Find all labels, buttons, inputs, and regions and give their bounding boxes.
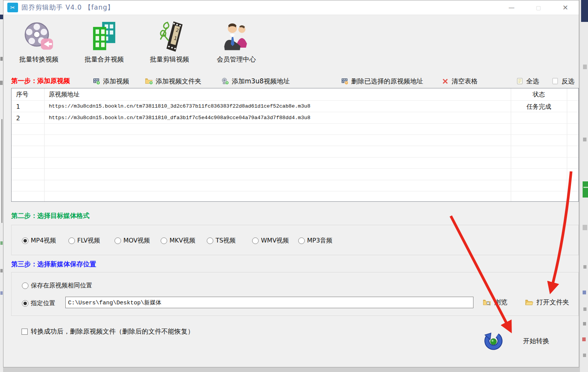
button-label: 删除已选择的原视频地址	[351, 77, 423, 86]
radio-dot	[298, 237, 305, 244]
radio-specified-location[interactable]: 指定位置	[22, 299, 55, 307]
radio-mov[interactable]: MOV视频	[115, 237, 150, 245]
toolbar-label: 批量剪辑视频	[139, 55, 200, 64]
radio-mp4[interactable]: MP4视频	[22, 237, 56, 245]
start-convert-button[interactable]: 开始转换	[523, 337, 549, 345]
minimize-button[interactable]: —	[498, 0, 525, 15]
title-bar: ✂ 固乔剪辑助手 V4.0 【fang】 — ▢ ✕	[3, 0, 579, 15]
delete-selected-icon	[341, 77, 349, 85]
delete-after-convert-checkbox[interactable]: 转换成功后，删除原视频文件（删除后的文件不能恢复）	[22, 327, 194, 336]
step2-label: 第二步：选择目标媒体格式	[11, 211, 90, 220]
button-label: 打开文件夹	[537, 298, 569, 307]
save-path-input[interactable]	[65, 297, 473, 308]
radio-mp3[interactable]: MP3音频	[298, 237, 332, 245]
add-video-folder-icon	[145, 77, 153, 85]
maximize-button[interactable]: ▢	[525, 0, 552, 15]
video-url-table[interactable]: 序号 原视频地址 状态 1 https://m3u8cdn15.bookln.c…	[11, 88, 579, 202]
select-all-icon	[516, 77, 523, 85]
checkbox-label: 转换成功后，删除原视频文件（删除后的文件不能恢复）	[31, 327, 194, 336]
window-controls: — ▢ ✕	[498, 0, 579, 15]
radio-dot	[22, 300, 28, 307]
radio-dot	[161, 237, 167, 244]
merge-blocks-icon	[73, 19, 135, 54]
row-url: https://m3u8cdn15.bookln.cn/tm73811810_3…	[49, 103, 311, 109]
button-label: 浏览	[494, 298, 507, 307]
save-location-groupbox: 保存在原视频相同位置 指定位置 浏览	[11, 272, 579, 316]
button-label: 添加视频文件夹	[156, 77, 201, 86]
radio-dot	[22, 237, 28, 244]
format-groupbox: MP4视频 FLV视频 MOV视频 MKV视频 TS视频 WMV视频	[11, 225, 579, 255]
radio-ts[interactable]: TS视频	[207, 237, 236, 245]
select-all-button[interactable]: 全选	[516, 76, 539, 86]
background-window-right-sliver	[580, 0, 588, 372]
invert-selection-icon	[551, 77, 559, 85]
toolbar-label: 会员管理中心	[206, 55, 267, 64]
toolbar-batch-convert[interactable]: 批量转换视频	[8, 19, 70, 64]
radio-dot	[207, 237, 213, 244]
radio-dot	[252, 237, 259, 244]
add-m3u8-icon	[221, 77, 229, 85]
app-logo-icon: ✂	[7, 3, 18, 12]
row-index: 1	[16, 103, 20, 110]
window-title: 固乔剪辑助手 V4.0 【fang】	[22, 3, 114, 12]
add-m3u8-button[interactable]: 添加m3u8视频地址	[221, 76, 290, 86]
invert-selection-button[interactable]: 反选	[551, 76, 575, 86]
button-label: 全选	[526, 77, 539, 86]
desktop: ✂ 固乔剪辑助手 V4.0 【fang】 — ▢ ✕	[0, 0, 588, 372]
radio-dot	[115, 237, 121, 244]
button-label: 添加视频	[103, 77, 129, 86]
folder-search-icon	[483, 299, 491, 306]
add-video-icon	[93, 77, 100, 85]
col-header-url: 原视频地址	[49, 91, 80, 99]
app-window: ✂ 固乔剪辑助手 V4.0 【fang】 — ▢ ✕	[3, 0, 579, 367]
button-label: 添加m3u8视频地址	[232, 77, 290, 86]
radio-mkv[interactable]: MKV视频	[161, 237, 195, 245]
add-video-folder-button[interactable]: 添加视频文件夹	[145, 76, 201, 86]
film-reel-convert-icon	[8, 19, 70, 54]
film-scissors-icon: 2 1	[139, 19, 200, 54]
start-convert-icon[interactable]	[482, 329, 505, 351]
checkbox-box	[22, 329, 28, 335]
button-label: 反选	[561, 77, 575, 86]
col-header-status: 状态	[511, 91, 567, 99]
toolbar-batch-edit[interactable]: 2 1 批量剪辑视频	[139, 19, 200, 64]
background-window-left-sliver	[0, 0, 3, 372]
toolbar-batch-merge[interactable]: 批量合并视频	[73, 19, 135, 64]
row-url: https://m3u8cdn15.bookln.cn/tm73811810_d…	[49, 115, 311, 121]
radio-wmv[interactable]: WMV视频	[252, 237, 289, 245]
close-button[interactable]: ✕	[552, 0, 579, 15]
toolbar-member-center[interactable]: 会员管理中心	[206, 19, 267, 64]
clear-table-button[interactable]: 清空表格	[442, 76, 478, 86]
button-label: 清空表格	[452, 77, 478, 86]
toolbar-label: 批量转换视频	[8, 55, 70, 64]
radio-dot	[22, 282, 28, 289]
clear-table-icon	[442, 78, 449, 85]
open-folder-icon	[525, 299, 533, 306]
step1-label: 第一步：添加原视频	[11, 76, 70, 85]
row-index: 2	[16, 115, 20, 122]
radio-flv[interactable]: FLV视频	[68, 237, 100, 245]
col-header-index: 序号	[16, 91, 28, 99]
row-status: 任务完成	[511, 103, 567, 111]
toolbar-label: 批量合并视频	[73, 55, 135, 64]
radio-same-location[interactable]: 保存在原视频相同位置	[22, 282, 92, 290]
delete-selected-button[interactable]: 删除已选择的原视频地址	[341, 76, 423, 86]
add-video-button[interactable]: 添加视频	[93, 76, 129, 86]
open-folder-button[interactable]: 打开文件夹	[525, 298, 569, 307]
browse-button[interactable]: 浏览	[483, 298, 507, 307]
members-icon	[206, 19, 267, 54]
radio-dot	[68, 237, 75, 244]
step3-label: 第三步：选择新媒体保存位置	[11, 260, 96, 269]
